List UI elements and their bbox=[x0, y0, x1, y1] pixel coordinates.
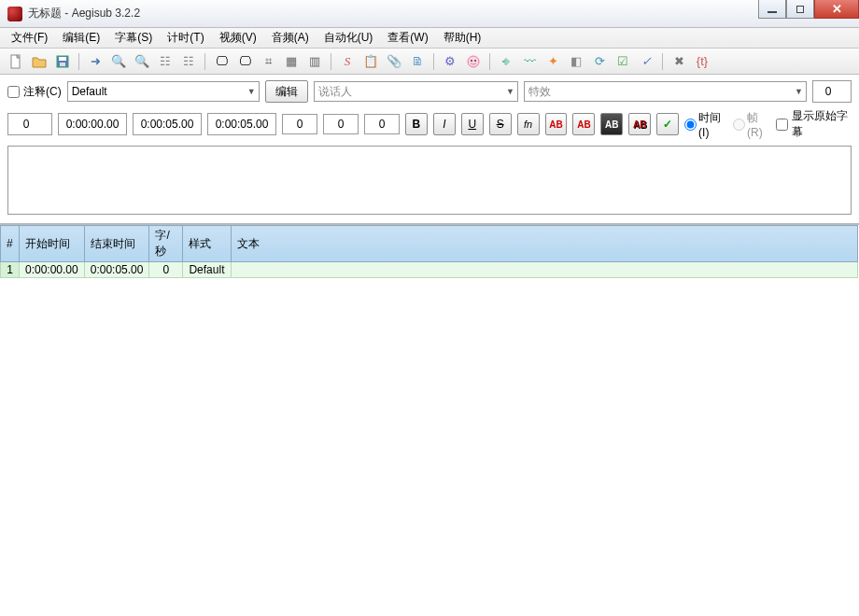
timing-postprocessor-icon[interactable]: 〰 bbox=[519, 51, 540, 72]
chevron-down-icon: ▼ bbox=[795, 87, 803, 96]
app-icon bbox=[7, 7, 22, 21]
svg-rect-2 bbox=[59, 57, 66, 61]
styles-manager-icon[interactable]: ☷ bbox=[178, 51, 199, 72]
col-text[interactable]: 文本 bbox=[232, 226, 858, 262]
margin-1-input[interactable] bbox=[282, 114, 317, 134]
effect-combo[interactable]: 特效 ▼ bbox=[524, 81, 807, 102]
maximize-button[interactable] bbox=[786, 0, 814, 19]
font-button[interactable]: fn bbox=[517, 113, 540, 135]
svg-point-5 bbox=[471, 60, 472, 62]
menu-bar: 文件(F) 编辑(E) 字幕(S) 计时(T) 视频(V) 音频(A) 自动化(… bbox=[0, 28, 859, 49]
effect-placeholder: 特效 bbox=[528, 84, 551, 100]
color2-button[interactable]: AB bbox=[572, 113, 595, 135]
underline-button[interactable]: U bbox=[461, 113, 484, 135]
comment-label: 注释(C) bbox=[23, 84, 62, 100]
snap-end-icon[interactable]: ⟳ bbox=[589, 51, 610, 72]
style-value: Default bbox=[72, 85, 107, 98]
window-title: 无标题 - Aegisub 3.2.2 bbox=[28, 6, 140, 21]
shift-times-icon[interactable]: ⎆ bbox=[496, 51, 516, 72]
select-lines-icon[interactable]: ☑ bbox=[613, 51, 633, 72]
menu-file[interactable]: 文件(F) bbox=[4, 27, 55, 49]
automation-icon[interactable]: ⚙ bbox=[440, 51, 460, 72]
svg-point-4 bbox=[468, 56, 479, 67]
color1-button[interactable]: AB bbox=[545, 113, 568, 135]
menu-edit[interactable]: 编辑(E) bbox=[55, 27, 107, 49]
options-icon[interactable]: ✖ bbox=[669, 51, 689, 72]
kanji-timer-icon[interactable]: ✦ bbox=[542, 51, 563, 72]
forward-icon[interactable]: ➜ bbox=[85, 51, 106, 72]
video-open-icon[interactable]: 🖵 bbox=[211, 51, 232, 72]
subtitle-grid[interactable]: # 开始时间 结束时间 字/秒 样式 文本 1 0:00:00.00 0:00:… bbox=[0, 224, 859, 614]
frame-radio[interactable]: 帧(R) bbox=[733, 110, 770, 139]
visual-drag-icon[interactable]: ▦ bbox=[281, 51, 302, 72]
grid-row[interactable]: 1 0:00:00.00 0:00:05.00 0 Default bbox=[1, 262, 858, 278]
cell-num: 1 bbox=[1, 262, 20, 278]
fonts-icon[interactable]: 🗎 bbox=[407, 51, 428, 72]
style-combo[interactable]: Default ▼ bbox=[67, 81, 260, 102]
menu-automation[interactable]: 自动化(U) bbox=[317, 27, 381, 49]
show-original-checkbox[interactable]: 显示原始字幕 bbox=[776, 108, 852, 140]
cycle-tags-icon[interactable]: {t} bbox=[692, 51, 712, 72]
menu-video[interactable]: 视频(V) bbox=[212, 27, 264, 49]
col-style[interactable]: 样式 bbox=[183, 226, 232, 262]
chevron-down-icon: ▼ bbox=[506, 87, 514, 96]
cell-start: 0:00:00.00 bbox=[20, 262, 85, 278]
menu-audio[interactable]: 音频(A) bbox=[264, 27, 317, 49]
col-start[interactable]: 开始时间 bbox=[20, 226, 85, 262]
menu-help[interactable]: 帮助(H) bbox=[436, 27, 489, 49]
attachments-icon[interactable]: 📎 bbox=[384, 51, 404, 72]
cell-cps: 0 bbox=[149, 262, 183, 278]
margin-3-input[interactable] bbox=[364, 114, 400, 134]
col-cps[interactable]: 字/秒 bbox=[149, 226, 183, 262]
visual-keyframe-icon[interactable]: ▥ bbox=[304, 51, 325, 72]
new-file-icon[interactable] bbox=[6, 51, 26, 72]
cell-text bbox=[232, 262, 858, 278]
title-bar: 无标题 - Aegisub 3.2.2 ✕ bbox=[0, 0, 859, 28]
actor-combo[interactable]: 说话人 ▼ bbox=[314, 81, 518, 102]
assistant-icon[interactable] bbox=[463, 51, 484, 72]
spellcheck-icon[interactable]: ✓ bbox=[636, 51, 656, 72]
color4-button[interactable]: AB bbox=[628, 113, 651, 135]
cell-end: 0:00:05.00 bbox=[84, 262, 149, 278]
col-number[interactable]: # bbox=[1, 226, 20, 262]
end-time-input[interactable] bbox=[133, 113, 202, 135]
margin-2-input[interactable] bbox=[323, 114, 359, 134]
col-end[interactable]: 结束时间 bbox=[84, 226, 149, 262]
edit-style-button[interactable]: 编辑 bbox=[265, 80, 308, 103]
styles-list-icon[interactable]: 📋 bbox=[360, 51, 381, 72]
svg-rect-3 bbox=[60, 63, 65, 66]
edit-panel: 注释(C) Default ▼ 编辑 说话人 ▼ 特效 ▼ B I U S fn… bbox=[0, 75, 859, 224]
duration-input[interactable] bbox=[207, 113, 276, 135]
style-editor-icon[interactable]: S bbox=[337, 51, 358, 72]
replace-icon[interactable]: 🔍 bbox=[132, 51, 152, 72]
layer-spinner[interactable] bbox=[812, 80, 852, 103]
minimize-button[interactable] bbox=[758, 0, 786, 19]
video-close-icon[interactable]: 🖵 bbox=[234, 51, 255, 72]
close-button[interactable]: ✕ bbox=[814, 0, 859, 19]
grid-header-row: # 开始时间 结束时间 字/秒 样式 文本 bbox=[1, 226, 858, 262]
menu-timing[interactable]: 计时(T) bbox=[160, 27, 211, 49]
chevron-down-icon: ▼ bbox=[247, 87, 256, 96]
menu-view[interactable]: 查看(W) bbox=[380, 27, 435, 49]
bold-button[interactable]: B bbox=[405, 113, 428, 135]
search-icon[interactable]: 🔍 bbox=[108, 51, 129, 72]
subtitle-text-input[interactable] bbox=[7, 146, 852, 215]
cell-style: Default bbox=[183, 262, 232, 278]
save-file-icon[interactable] bbox=[52, 51, 73, 72]
snap-start-icon[interactable]: ◧ bbox=[566, 51, 586, 72]
commit-button[interactable]: ✓ bbox=[656, 113, 679, 135]
toolbar: ➜ 🔍 🔍 ☷ ☷ 🖵 🖵 ⌗ ▦ ▥ S 📋 📎 🗎 ⚙ ⎆ 〰 ✦ ◧ ⟳ … bbox=[0, 49, 859, 75]
italic-button[interactable]: I bbox=[433, 113, 456, 135]
strike-button[interactable]: S bbox=[489, 113, 512, 135]
properties-icon[interactable]: ☷ bbox=[155, 51, 176, 72]
comment-checkbox[interactable]: 注释(C) bbox=[7, 84, 62, 100]
open-file-icon[interactable] bbox=[29, 51, 49, 72]
time-radio[interactable]: 时间(I) bbox=[684, 110, 727, 139]
margin-l-spinner[interactable] bbox=[7, 113, 52, 135]
svg-point-6 bbox=[474, 60, 476, 62]
color3-button[interactable]: AB bbox=[600, 113, 623, 135]
menu-subtitle[interactable]: 字幕(S) bbox=[107, 27, 160, 49]
start-time-input[interactable] bbox=[58, 113, 127, 135]
visual-crosshair-icon[interactable]: ⌗ bbox=[258, 51, 278, 72]
actor-placeholder: 说话人 bbox=[318, 84, 352, 100]
